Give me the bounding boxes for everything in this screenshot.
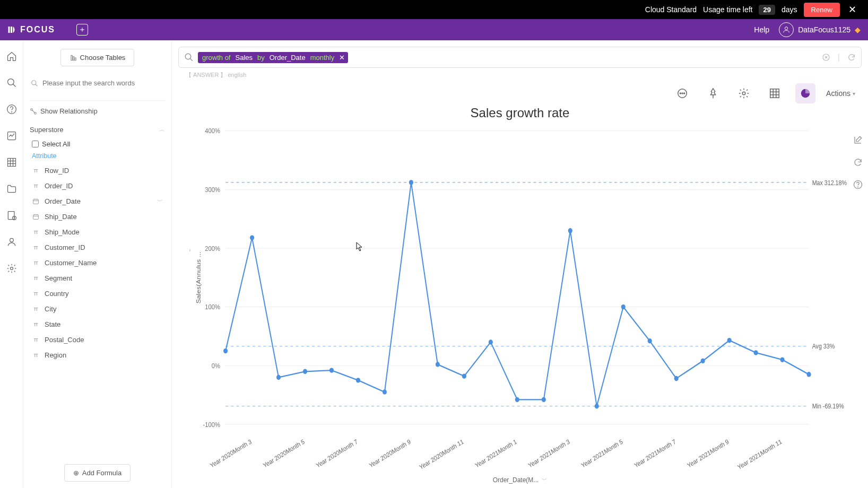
datasource-header[interactable]: Superstore ︿: [30, 123, 165, 137]
chevron-down-icon: ▾: [853, 91, 855, 97]
resource-nav-icon[interactable]: [6, 210, 17, 221]
nav-rail: [0, 40, 23, 488]
field-label: Order_Date: [45, 197, 81, 205]
svg-point-84: [674, 376, 679, 381]
table-nav-icon[interactable]: [6, 157, 17, 168]
svg-point-87: [754, 350, 758, 355]
close-icon[interactable]: ✕: [846, 4, 858, 15]
svg-text:Year 2021Month 5: Year 2021Month 5: [580, 438, 624, 469]
svg-text:-100%: -100%: [203, 421, 221, 429]
svg-text:Year 2021Month 1: Year 2021Month 1: [474, 438, 518, 469]
svg-point-77: [489, 339, 493, 344]
field-row[interactable]: тт State: [30, 317, 165, 332]
help-icon[interactable]: [6, 104, 17, 115]
query-pill[interactable]: growth ofSalesbyOrder_Datemonthly✕: [198, 52, 348, 63]
user-nav-icon[interactable]: [6, 237, 17, 247]
avatar-icon[interactable]: [779, 22, 794, 37]
folder-nav-icon[interactable]: [6, 184, 17, 194]
svg-rect-44: [770, 89, 779, 98]
actions-dropdown[interactable]: Actions ▾: [826, 89, 855, 98]
gear-icon[interactable]: [734, 83, 754, 103]
field-label: Country: [45, 290, 69, 298]
reload-chart-icon[interactable]: [853, 158, 863, 167]
x-axis-selector[interactable]: Order_Date(M... ﹀: [172, 474, 868, 488]
svg-text:300%: 300%: [205, 186, 220, 194]
field-label: Customer_ID: [45, 243, 85, 251]
chart-view-icon[interactable]: [795, 83, 815, 103]
field-row[interactable]: тт City: [30, 301, 165, 317]
text-field-icon: тт: [32, 321, 39, 327]
remove-pill-icon[interactable]: ✕: [338, 54, 345, 62]
search-icon[interactable]: [6, 77, 17, 88]
choose-tables-button[interactable]: Choose Tables: [60, 49, 135, 66]
svg-point-78: [515, 397, 519, 402]
edit-axis-icon[interactable]: [853, 135, 863, 145]
answer-meta: 【 ANSWER 】 english: [178, 68, 862, 79]
comment-icon[interactable]: [672, 83, 692, 103]
text-field-icon: тт: [32, 306, 39, 312]
field-label: Segment: [45, 274, 72, 282]
svg-rect-0: [8, 27, 10, 33]
show-relationship-toggle[interactable]: Show Relationship: [30, 107, 165, 115]
chart-toolbar: Actions ▾: [172, 79, 868, 103]
refresh-icon[interactable]: [847, 53, 856, 62]
svg-rect-13: [8, 212, 14, 220]
license-bar: Cloud Standard Usage time left 29 days R…: [0, 0, 868, 19]
chart-area[interactable]: › -100%0%100%200%300%400%Max 312.18%Avg …: [193, 125, 852, 474]
svg-point-39: [680, 93, 681, 94]
svg-text:Year 2020Month 3: Year 2020Month 3: [209, 438, 253, 469]
svg-point-16: [10, 267, 13, 270]
field-row[interactable]: тт Ship_Mode: [30, 224, 165, 240]
attribute-section-label: Attribute: [30, 150, 165, 163]
pin-icon[interactable]: [703, 83, 723, 103]
query-segment: monthly: [309, 54, 336, 62]
svg-line-4: [13, 84, 15, 87]
svg-point-33: [185, 54, 191, 59]
field-row[interactable]: Order_Date ﹀: [30, 194, 165, 209]
svg-text:Year 2021Month 11: Year 2021Month 11: [736, 438, 783, 471]
new-tab-button[interactable]: ＋: [76, 24, 88, 36]
username[interactable]: DataFocus1125: [798, 25, 850, 34]
add-formula-button[interactable]: ⊕ Add Formula: [64, 464, 131, 482]
query-searchbox[interactable]: growth ofSalesbyOrder_Datemonthly✕ |: [178, 47, 862, 68]
svg-text:Sales(Annulus ...: Sales(Annulus ...: [195, 251, 202, 303]
svg-text:Year 2021Month 9: Year 2021Month 9: [687, 438, 730, 469]
settings-nav-icon[interactable]: [6, 263, 17, 274]
svg-point-68: [250, 235, 254, 240]
field-row[interactable]: тт Postal_Code: [30, 332, 165, 347]
field-row[interactable]: тт Row_ID: [30, 163, 165, 178]
chart-help-icon[interactable]: [853, 180, 863, 189]
text-field-icon: тт: [32, 229, 39, 235]
sidebar-search-input[interactable]: [30, 76, 165, 91]
field-row[interactable]: Ship_Date: [30, 209, 165, 224]
select-all-input[interactable]: [32, 141, 39, 147]
svg-point-85: [701, 359, 705, 363]
svg-point-88: [780, 357, 785, 362]
renew-button[interactable]: Renew: [804, 3, 840, 17]
svg-text:Year 2020Month 9: Year 2020Month 9: [368, 438, 412, 469]
field-row[interactable]: тт Country: [30, 286, 165, 301]
home-icon[interactable]: [6, 51, 17, 62]
search-icon: [184, 53, 194, 62]
svg-point-73: [383, 389, 387, 394]
choose-tables-label: Choose Tables: [80, 54, 126, 62]
chart-nav-icon[interactable]: [6, 130, 17, 141]
help-link[interactable]: Help: [754, 25, 769, 34]
svg-text:Year 2021Month 7: Year 2021Month 7: [633, 438, 677, 469]
svg-text:0%: 0%: [212, 362, 220, 370]
brand-logo[interactable]: FOCUS: [7, 25, 55, 34]
clear-query-icon[interactable]: [822, 53, 830, 62]
show-relationship-label: Show Relationship: [40, 107, 98, 115]
field-row[interactable]: тт Customer_Name: [30, 255, 165, 271]
text-field-icon: тт: [32, 168, 39, 173]
field-row[interactable]: тт Region: [30, 347, 165, 363]
field-row[interactable]: тт Segment: [30, 271, 165, 286]
field-row[interactable]: тт Order_ID: [30, 178, 165, 194]
table-view-icon[interactable]: [765, 83, 785, 103]
days-word: days: [782, 5, 797, 14]
expand-sidebar-handle[interactable]: ›: [189, 247, 191, 253]
select-all-checkbox[interactable]: Select All: [30, 137, 165, 150]
field-row[interactable]: тт Customer_ID: [30, 240, 165, 255]
svg-rect-19: [75, 58, 76, 60]
chart-side-tools: [853, 135, 863, 189]
